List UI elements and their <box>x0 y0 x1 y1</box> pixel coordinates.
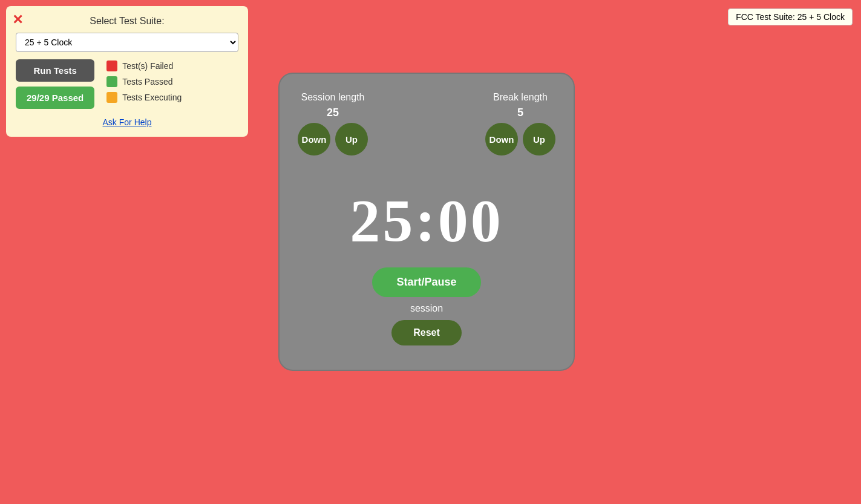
break-length-label: Break length <box>493 92 548 103</box>
left-buttons: Run Tests 29/29 Passed <box>16 59 94 109</box>
legend: Test(s) Failed Tests Passed Tests Execut… <box>106 61 182 103</box>
timer-display: 25:00 <box>350 186 503 255</box>
fcc-badge: FCC Test Suite: 25 + 5 Clock <box>728 8 853 25</box>
test-panel: ✕ Select Test Suite: 25 + 5 Clock Run Te… <box>6 6 248 137</box>
session-length-value: 25 <box>327 106 339 119</box>
session-length-label: Session length <box>301 92 365 103</box>
passed-dot <box>106 76 117 87</box>
close-icon[interactable]: ✕ <box>12 12 23 28</box>
btn-row: Run Tests 29/29 Passed Test(s) Failed Te… <box>16 59 238 109</box>
legend-failed: Test(s) Failed <box>106 61 182 71</box>
legend-failed-label: Test(s) Failed <box>122 61 173 71</box>
failed-dot <box>106 61 117 71</box>
legend-passed-label: Tests Passed <box>122 77 172 87</box>
fcc-badge-label: FCC Test Suite: 25 + 5 Clock <box>736 12 845 22</box>
legend-passed: Tests Passed <box>106 76 182 87</box>
panel-title: Select Test Suite: <box>16 16 238 27</box>
session-down-button[interactable]: Down <box>298 123 330 155</box>
session-up-button[interactable]: Up <box>335 123 368 155</box>
break-length-value: 5 <box>517 106 523 119</box>
session-type-label: session <box>410 303 443 314</box>
session-length-section: Session length 25 Down Up <box>298 92 368 155</box>
ask-help-section: Ask For Help <box>16 117 238 127</box>
run-tests-button[interactable]: Run Tests <box>16 59 94 82</box>
break-length-buttons: Down Up <box>485 123 555 155</box>
start-pause-button[interactable]: Start/Pause <box>372 267 480 297</box>
legend-executing: Tests Executing <box>106 92 182 103</box>
executing-dot <box>106 92 117 103</box>
ask-help-link[interactable]: Ask For Help <box>103 117 152 127</box>
break-length-section: Break length 5 Down Up <box>485 92 555 155</box>
suite-select[interactable]: 25 + 5 Clock <box>16 33 238 52</box>
clock-widget: Session length 25 Down Up Break length 5… <box>278 73 575 371</box>
lengths-row: Session length 25 Down Up Break length 5… <box>298 92 555 155</box>
legend-executing-label: Tests Executing <box>122 93 182 102</box>
session-length-buttons: Down Up <box>298 123 368 155</box>
reset-button[interactable]: Reset <box>391 320 462 345</box>
passed-button[interactable]: 29/29 Passed <box>16 87 94 109</box>
break-down-button[interactable]: Down <box>485 123 518 155</box>
break-up-button[interactable]: Up <box>523 123 555 155</box>
